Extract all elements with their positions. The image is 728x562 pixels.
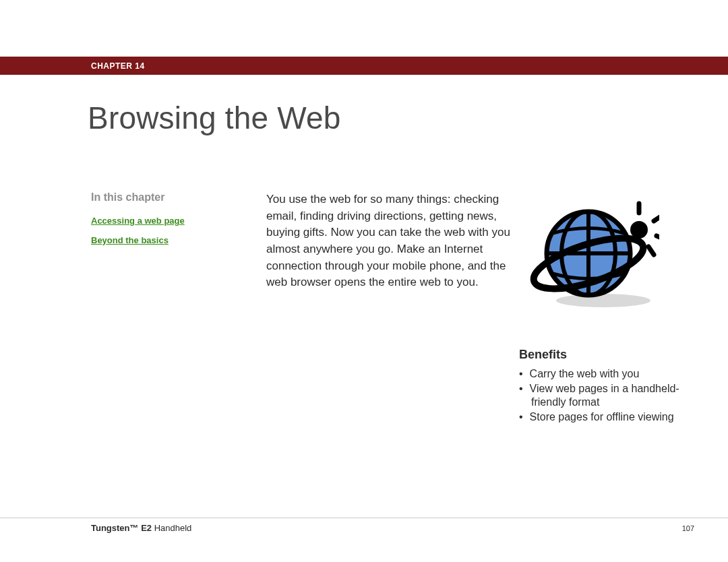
sidebar: In this chapter Accessing a web page Bey… [91, 191, 226, 255]
svg-line-8 [648, 247, 654, 255]
svg-line-7 [657, 236, 659, 240]
chapter-header-bar: CHAPTER 14 [0, 57, 728, 75]
benefits-item: Store pages for offline viewing [519, 410, 708, 424]
globe-icon [524, 193, 659, 314]
svg-point-0 [556, 294, 650, 307]
footer-product: Tungsten™ E2 Handheld [91, 523, 191, 533]
sidebar-link-beyond[interactable]: Beyond the basics [91, 235, 226, 245]
footer-product-bold: Tungsten™ E2 [91, 523, 152, 533]
benefits-section: Benefits Carry the web with you View web… [519, 348, 708, 425]
svg-point-4 [630, 221, 648, 239]
benefits-heading: Benefits [519, 348, 708, 362]
sidebar-heading: In this chapter [91, 191, 226, 204]
benefits-item: View web pages in a handheld-friendly fo… [519, 382, 708, 409]
sidebar-link-accessing[interactable]: Accessing a web page [91, 216, 226, 226]
intro-paragraph: You use the web for so many things: chec… [266, 191, 512, 291]
page-title: Browsing the Web [88, 100, 341, 136]
benefits-list: Carry the web with you View web pages in… [519, 367, 708, 424]
page: CHAPTER 14 Browsing the Web In this chap… [0, 0, 728, 562]
benefits-item: Carry the web with you [519, 367, 708, 381]
footer-product-rest: Handheld [152, 523, 191, 533]
top-margin [0, 0, 728, 57]
page-footer: Tungsten™ E2 Handheld 107 [0, 518, 728, 538]
svg-line-6 [654, 216, 659, 221]
chapter-label: CHAPTER 14 [91, 61, 145, 71]
page-number: 107 [682, 524, 694, 532]
